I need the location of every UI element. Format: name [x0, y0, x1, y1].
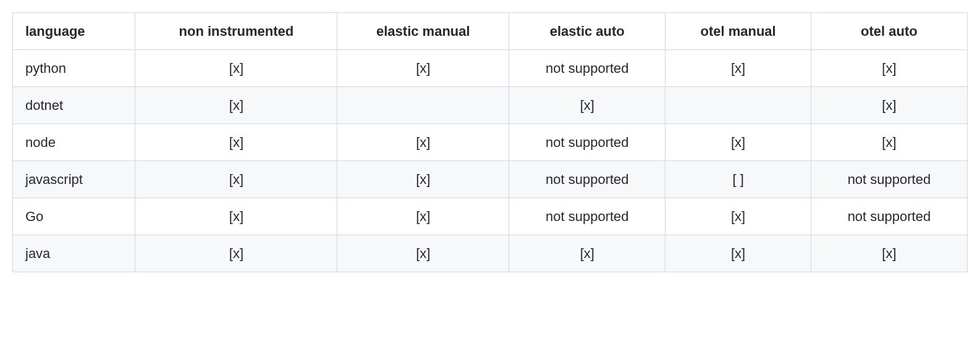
table-row: node [x] [x] not supported [x] [x] — [13, 124, 968, 161]
column-header-language: language — [13, 13, 135, 50]
column-header-elastic-auto: elastic auto — [509, 13, 665, 50]
cell-value: [x] — [337, 235, 509, 272]
cell-value: [x] — [665, 198, 811, 235]
column-header-otel-manual: otel manual — [665, 13, 811, 50]
cell-value: [x] — [509, 235, 665, 272]
cell-value: [x] — [135, 161, 337, 198]
column-header-otel-auto: otel auto — [811, 13, 967, 50]
cell-value: [x] — [665, 124, 811, 161]
cell-value: [x] — [811, 124, 967, 161]
cell-value: [x] — [337, 161, 509, 198]
cell-value: [x] — [811, 235, 967, 272]
cell-value: [x] — [665, 50, 811, 87]
cell-value: [x] — [135, 50, 337, 87]
table-row: java [x] [x] [x] [x] [x] — [13, 235, 968, 272]
cell-value: not supported — [811, 198, 967, 235]
cell-language: javascript — [13, 161, 135, 198]
cell-value: not supported — [509, 161, 665, 198]
cell-value: [x] — [135, 198, 337, 235]
cell-value: [x] — [811, 50, 967, 87]
cell-value: [x] — [337, 124, 509, 161]
table-row: Go [x] [x] not supported [x] not support… — [13, 198, 968, 235]
cell-language: Go — [13, 198, 135, 235]
cell-language: java — [13, 235, 135, 272]
cell-value: [x] — [135, 87, 337, 124]
cell-value: [x] — [135, 124, 337, 161]
cell-value: [x] — [665, 235, 811, 272]
cell-value: not supported — [509, 50, 665, 87]
cell-value: not supported — [509, 124, 665, 161]
cell-value: [x] — [811, 87, 967, 124]
cell-language: python — [13, 50, 135, 87]
column-header-non-instrumented: non instrumented — [135, 13, 337, 50]
cell-value: not supported — [811, 161, 967, 198]
cell-value: not supported — [509, 198, 665, 235]
support-matrix-table: language non instrumented elastic manual… — [12, 12, 968, 272]
cell-value: [x] — [337, 50, 509, 87]
column-header-elastic-manual: elastic manual — [337, 13, 509, 50]
cell-language: node — [13, 124, 135, 161]
table-row: javascript [x] [x] not supported [ ] not… — [13, 161, 968, 198]
table-row: dotnet [x] [x] [x] — [13, 87, 968, 124]
table-row: python [x] [x] not supported [x] [x] — [13, 50, 968, 87]
cell-value: [x] — [135, 235, 337, 272]
cell-value — [665, 87, 811, 124]
cell-value: [x] — [337, 198, 509, 235]
cell-value — [337, 87, 509, 124]
cell-language: dotnet — [13, 87, 135, 124]
table-header-row: language non instrumented elastic manual… — [13, 13, 968, 50]
cell-value: [x] — [509, 87, 665, 124]
cell-value: [ ] — [665, 161, 811, 198]
